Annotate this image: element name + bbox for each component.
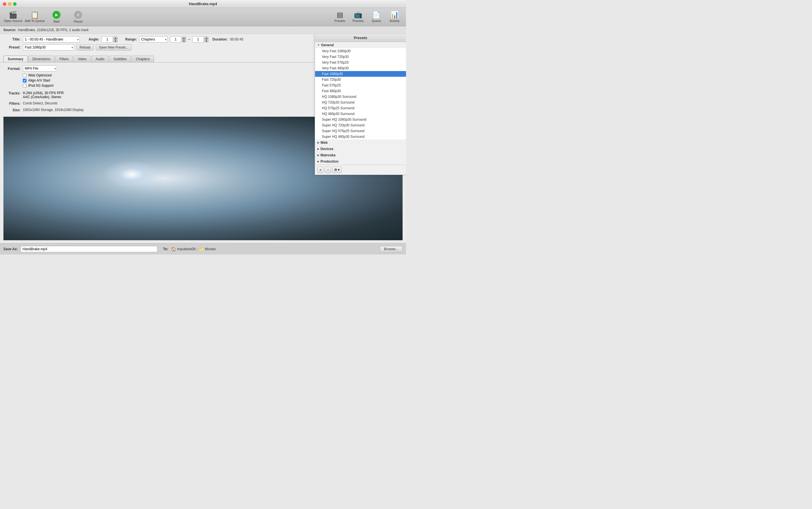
presets-icon: ▤ — [337, 11, 343, 18]
preset-item-10[interactable]: HQ 576p25 Surround — [315, 105, 406, 111]
filters-value: Comb Detect, Decomb — [23, 101, 57, 105]
preview-glow — [103, 160, 160, 189]
range-select[interactable]: Chapters — [139, 36, 168, 42]
open-source-icon: 🎬 — [9, 11, 17, 18]
preset-item-8[interactable]: HQ 1080p30 Surround — [315, 94, 406, 100]
preset-item-11[interactable]: HQ 480p30 Surround — [315, 111, 406, 117]
preset-group-production[interactable]: ▶ Production — [315, 158, 406, 165]
preview-icon: 📺 — [354, 11, 362, 18]
range-label: Range: — [120, 37, 137, 41]
start-button[interactable]: ▶ Start — [46, 9, 67, 25]
range-end-up[interactable]: ▲ — [205, 36, 209, 39]
format-label: Format: — [3, 66, 21, 71]
preset-item-14[interactable]: Super HQ 576p25 Surround — [315, 128, 406, 134]
to-label: To: — [163, 247, 168, 251]
angle-up-arrow[interactable]: ▲ — [113, 36, 117, 39]
preset-group-web[interactable]: ▶ Web — [315, 139, 406, 146]
path-folder: Movies — [205, 247, 216, 251]
web-chevron-icon: ▶ — [317, 141, 319, 144]
tab-video[interactable]: Video — [74, 56, 91, 62]
preset-group-devices[interactable]: ▶ Devices — [315, 146, 406, 152]
add-to-queue-label: Add To Queue — [25, 19, 45, 23]
format-select[interactable]: MP4 File — [23, 65, 57, 72]
open-source-button[interactable]: 🎬 Open Source — [3, 9, 24, 25]
title-select-wrapper: 1 - 00:00:45 - HandBrake — [23, 36, 80, 42]
ipod-label: iPod 5G Support — [28, 83, 53, 88]
close-button[interactable] — [3, 2, 6, 6]
save-as-input[interactable] — [21, 246, 157, 252]
preset-label: Preset: — [3, 45, 21, 49]
title-select[interactable]: 1 - 00:00:45 - HandBrake — [23, 36, 80, 42]
maximize-button[interactable] — [13, 2, 16, 6]
duration-value: 00:00:45 — [230, 37, 244, 41]
range-start-stepper: ▲ ▼ — [170, 36, 186, 42]
format-select-wrapper: MP4 File — [23, 65, 57, 72]
preset-item-7[interactable]: Fast 480p30 — [315, 88, 406, 94]
tab-subtitles[interactable]: Subtitles — [109, 56, 131, 62]
pause-icon: ⏸ — [74, 11, 82, 19]
presets-label: Presets — [334, 19, 345, 23]
size-label: Size: — [3, 108, 21, 112]
gear-button[interactable]: ⚙ ▾ — [332, 167, 341, 173]
preset-item-6[interactable]: Fast 576p25 — [315, 82, 406, 88]
browse-button[interactable]: Browse... — [380, 246, 403, 252]
preset-item-3[interactable]: Very Fast 480p30 — [315, 65, 406, 71]
activity-button[interactable]: 📊 Activity — [386, 9, 403, 25]
preset-item-9[interactable]: HQ 720p30 Surround — [315, 100, 406, 105]
tracks-values: H.264 (x264), 30 FPS PFR AAC (CoreAudio)… — [23, 91, 64, 99]
remove-preset-button[interactable]: − — [325, 167, 331, 173]
tracks-value-2: AAC (CoreAudio), Stereo — [23, 95, 64, 99]
range-start-input[interactable] — [170, 36, 181, 42]
pause-button[interactable]: ⏸ Pause — [68, 9, 88, 25]
preset-group-general[interactable]: ▼ General — [315, 42, 406, 48]
preset-select-wrapper: Fast 1080p30 — [23, 44, 74, 50]
preset-item-12[interactable]: Super HQ 1080p30 Surround — [315, 117, 406, 123]
devices-group-label: Devices — [321, 147, 333, 151]
angle-input[interactable]: 1 — [102, 36, 113, 42]
range-end-down[interactable]: ▼ — [205, 39, 209, 42]
preview-button[interactable]: 📺 Preview — [349, 9, 367, 25]
preset-select[interactable]: Fast 1080p30 — [23, 44, 74, 50]
production-chevron-icon: ▶ — [317, 160, 319, 163]
range-start-up[interactable]: ▲ — [182, 36, 186, 39]
path-separator: › — [197, 247, 198, 251]
preset-item-13[interactable]: Super HQ 720p30 Surround — [315, 123, 406, 128]
title-label: Title: — [3, 37, 21, 41]
production-group-label: Production — [321, 160, 338, 164]
filters-label: Filters: — [3, 101, 21, 106]
range-end-stepper: ▲ ▼ — [192, 36, 209, 42]
minimize-button[interactable] — [8, 2, 11, 6]
web-optimized-checkbox[interactable] — [23, 74, 27, 77]
presets-footer: + − ⚙ ▾ — [315, 165, 406, 175]
add-preset-button[interactable]: + — [317, 167, 324, 173]
preset-group-matroska[interactable]: ▶ Matroska — [315, 152, 406, 158]
tab-dimensions[interactable]: Dimensions — [28, 56, 55, 62]
preset-item-15[interactable]: Super HQ 480p30 Surround — [315, 134, 406, 139]
preset-item-2[interactable]: Very Fast 576p25 — [315, 60, 406, 65]
tab-summary[interactable]: Summary — [3, 56, 28, 62]
angle-down-arrow[interactable]: ▼ — [113, 39, 117, 42]
presets-button[interactable]: ▤ Presets — [331, 9, 348, 25]
presets-header: Presets — [315, 34, 406, 42]
matroska-group-label: Matroska — [321, 153, 336, 157]
ipod-checkbox[interactable] — [23, 84, 27, 88]
tab-chapters[interactable]: Chapters — [132, 56, 154, 62]
add-to-queue-button[interactable]: 📋 Add To Queue — [25, 9, 45, 25]
title-bar: HandBrake.mp4 — [0, 0, 406, 8]
preset-item-1[interactable]: Very Fast 720p30 — [315, 54, 406, 60]
preset-item-4[interactable]: Fast 1080p30 — [315, 71, 406, 77]
range-start-down[interactable]: ▼ — [182, 39, 186, 42]
activity-icon: 📊 — [390, 11, 399, 18]
save-new-preset-button[interactable]: Save New Preset... — [96, 44, 132, 50]
preset-item-5[interactable]: Fast 720p30 — [315, 77, 406, 82]
queue-button[interactable]: 📄 Queue — [368, 9, 385, 25]
align-av-checkbox[interactable] — [23, 79, 27, 82]
source-label: Source: — [3, 28, 16, 32]
preset-item-0[interactable]: Very Fast 1080p30 — [315, 48, 406, 54]
range-end-input[interactable] — [192, 36, 204, 42]
tab-filters[interactable]: Filters — [55, 56, 73, 62]
reload-button[interactable]: Reload — [76, 44, 94, 50]
tab-audio[interactable]: Audio — [91, 56, 109, 62]
traffic-lights — [3, 2, 16, 6]
user-icon: 🏠 — [171, 247, 176, 251]
